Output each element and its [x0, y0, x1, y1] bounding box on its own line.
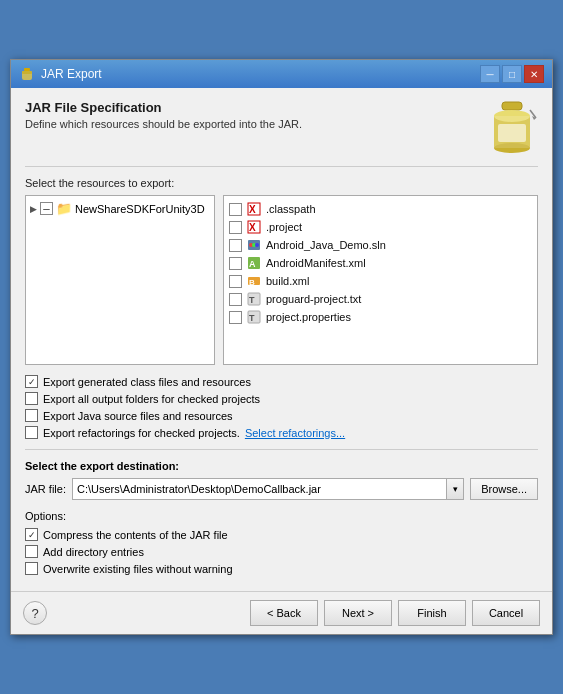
svg-text:X: X: [249, 222, 256, 233]
file-list: X.classpathX.projectAndroid_Java_Demo.sl…: [228, 200, 533, 326]
compress-option-checkbox[interactable]: ✓: [25, 528, 38, 541]
file-icon: A: [247, 256, 261, 270]
resources-panel: ▶ ─ 📁 NewShareSDKForUnity3D X.classpathX…: [25, 195, 538, 365]
help-button[interactable]: ?: [23, 601, 47, 625]
jar-path-input[interactable]: [72, 478, 446, 500]
file-checkbox[interactable]: [229, 275, 242, 288]
resources-section: Select the resources to export: ▶ ─ 📁 Ne…: [25, 177, 538, 365]
file-icon: X: [247, 220, 261, 234]
file-item: Android_Java_Demo.sln: [228, 236, 533, 254]
export-option-checkbox[interactable]: [25, 426, 38, 439]
file-name: .classpath: [266, 203, 316, 215]
export-option-row: ✓Export generated class files and resour…: [25, 375, 538, 388]
svg-point-19: [255, 243, 259, 247]
compress-option-label: Overwrite existing files without warning: [43, 563, 233, 575]
divider1: [25, 449, 538, 450]
file-name: AndroidManifest.xml: [266, 257, 366, 269]
export-option-checkbox[interactable]: [25, 409, 38, 422]
file-item: X.project: [228, 218, 533, 236]
export-option-label: Export generated class files and resourc…: [43, 376, 251, 388]
compress-option-checkbox[interactable]: [25, 545, 38, 558]
file-checkbox[interactable]: [229, 257, 242, 270]
svg-rect-3: [502, 102, 522, 110]
compress-option-checkbox[interactable]: [25, 562, 38, 575]
export-options-list: ✓Export generated class files and resour…: [25, 375, 538, 439]
export-option-row: Export all output folders for checked pr…: [25, 392, 538, 405]
file-list-panel: X.classpathX.projectAndroid_Java_Demo.sl…: [223, 195, 538, 365]
compress-options-area: Options: ✓Compress the contents of the J…: [25, 510, 538, 575]
svg-rect-0: [24, 68, 30, 71]
dest-label: Select the export destination:: [25, 460, 538, 472]
compress-option-label: Compress the contents of the JAR file: [43, 529, 228, 541]
file-icon: [247, 238, 261, 252]
expand-arrow: ▶: [30, 204, 37, 214]
file-name: build.xml: [266, 275, 309, 287]
file-item: X.classpath: [228, 200, 533, 218]
folder-icon: 📁: [56, 201, 72, 216]
jar-file-label: JAR file:: [25, 483, 66, 495]
cancel-button[interactable]: Cancel: [472, 600, 540, 626]
footer-right: < Back Next > Finish Cancel: [250, 600, 540, 626]
file-item: Tproject.properties: [228, 308, 533, 326]
next-button[interactable]: Next >: [324, 600, 392, 626]
export-option-checkbox[interactable]: [25, 392, 38, 405]
tree-item-label: NewShareSDKForUnity3D: [75, 203, 205, 215]
file-item: AAndroidManifest.xml: [228, 254, 533, 272]
export-options-area: ✓Export generated class files and resour…: [25, 375, 538, 439]
main-window: JAR Export ─ □ ✕ JAR File Specification …: [10, 59, 553, 635]
dest-row: JAR file: ▾ Browse...: [25, 478, 538, 500]
svg-text:T: T: [249, 295, 255, 305]
title-bar: JAR Export ─ □ ✕: [11, 60, 552, 88]
export-option-row: Export Java source files and resources: [25, 409, 538, 422]
jar-dropdown-button[interactable]: ▾: [446, 478, 464, 500]
close-button[interactable]: ✕: [524, 65, 544, 83]
compress-options-list: ✓Compress the contents of the JAR fileAd…: [25, 528, 538, 575]
export-option-label: Export Java source files and resources: [43, 410, 233, 422]
back-button[interactable]: < Back: [250, 600, 318, 626]
file-icon: B: [247, 274, 261, 288]
finish-button[interactable]: Finish: [398, 600, 466, 626]
svg-text:T: T: [249, 313, 255, 323]
file-name: proguard-project.txt: [266, 293, 361, 305]
browse-button[interactable]: Browse...: [470, 478, 538, 500]
export-option-row: Export refactorings for checked projects…: [25, 426, 538, 439]
file-icon: T: [247, 310, 261, 324]
footer-left: ?: [23, 601, 47, 625]
file-checkbox[interactable]: [229, 293, 242, 306]
minimize-button[interactable]: ─: [480, 65, 500, 83]
export-option-label: Export refactorings for checked projects…: [43, 427, 240, 439]
compress-option-row: ✓Compress the contents of the JAR file: [25, 528, 538, 541]
file-name: project.properties: [266, 311, 351, 323]
file-icon: X: [247, 202, 261, 216]
tree-checkbox[interactable]: ─: [40, 202, 53, 215]
jar-illustration: [486, 100, 538, 156]
file-item: Tproguard-project.txt: [228, 290, 533, 308]
dest-input-wrap: ▾: [72, 478, 464, 500]
svg-text:B: B: [249, 278, 255, 287]
compress-option-label: Add directory entries: [43, 546, 144, 558]
file-name: .project: [266, 221, 302, 233]
file-icon: T: [247, 292, 261, 306]
file-checkbox[interactable]: [229, 239, 242, 252]
export-option-label: Export all output folders for checked pr…: [43, 393, 260, 405]
options-label: Options:: [25, 510, 538, 522]
header-area: JAR File Specification Define which reso…: [25, 100, 538, 167]
dialog-content: JAR File Specification Define which reso…: [11, 88, 552, 591]
file-item: Bbuild.xml: [228, 272, 533, 290]
export-option-checkbox[interactable]: ✓: [25, 375, 38, 388]
svg-text:X: X: [249, 204, 256, 215]
title-bar-text: JAR Export: [41, 67, 102, 81]
maximize-button[interactable]: □: [502, 65, 522, 83]
tree-item[interactable]: ▶ ─ 📁 NewShareSDKForUnity3D: [30, 200, 210, 217]
file-checkbox[interactable]: [229, 221, 242, 234]
tree-panel[interactable]: ▶ ─ 📁 NewShareSDKForUnity3D: [25, 195, 215, 365]
refactoring-link[interactable]: Select refactorings...: [245, 427, 345, 439]
file-checkbox[interactable]: [229, 311, 242, 324]
file-checkbox[interactable]: [229, 203, 242, 216]
compress-option-row: Add directory entries: [25, 545, 538, 558]
resources-label: Select the resources to export:: [25, 177, 538, 189]
jar-title-icon: [19, 66, 35, 82]
section-title: JAR File Specification: [25, 100, 302, 115]
compress-option-row: Overwrite existing files without warning: [25, 562, 538, 575]
title-bar-controls: ─ □ ✕: [480, 65, 544, 83]
